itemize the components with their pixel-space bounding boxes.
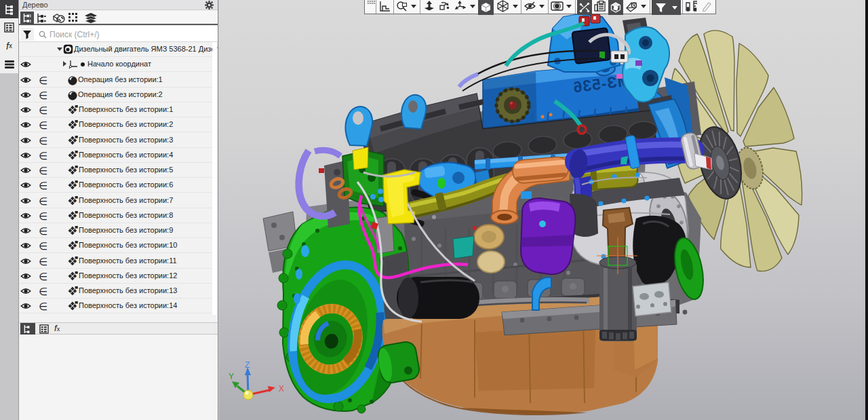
svg-text:Z: Z bbox=[245, 360, 250, 370]
svg-text:Y: Y bbox=[229, 372, 234, 381]
svg-text:X: X bbox=[279, 384, 284, 394]
